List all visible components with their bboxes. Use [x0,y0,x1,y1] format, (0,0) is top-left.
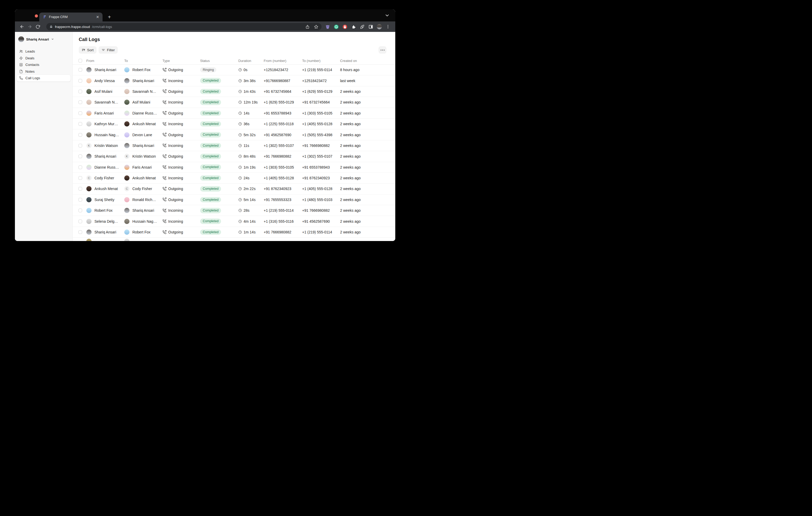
bookmark-star-icon[interactable] [314,25,318,29]
sidebar-item-notes[interactable]: Notes [17,68,70,75]
row-checkbox[interactable] [79,90,82,93]
sidebar-item-label: Leads [25,50,35,53]
close-window-button[interactable] [35,14,38,18]
extensions-puzzle-icon[interactable] [351,24,356,30]
clock-icon [238,154,242,158]
call-log-row[interactable]: Suraj Shetty Ronald Rich… Outgoing Compl… [73,194,395,205]
row-checkbox[interactable] [79,219,82,223]
call-log-row[interactable]: Dianne Russ… Faris Ansari Incoming Compl… [73,162,395,173]
row-checkbox[interactable] [79,187,82,190]
sort-button[interactable]: Sort [79,46,96,54]
avatar [124,219,129,224]
grammarly-extension-icon[interactable] [333,24,339,30]
call-log-row[interactable]: Faris Ansari Dianne Russ… Outgoing Compl… [73,108,395,119]
filter-button[interactable]: Filter [98,46,118,54]
call-log-row[interactable]: Asif Mulani Savannah N… Outgoing Complet… [73,86,395,97]
close-tab-icon[interactable]: ✕ [95,14,100,19]
call-log-row[interactable]: Shariq Ansari KKristin Watson Outgoing C… [73,151,395,162]
created-on: 2 weeks ago [340,187,395,191]
call-type-icon [163,209,166,213]
row-checkbox[interactable] [79,198,82,202]
call-type-label: Outgoing [168,111,183,115]
column-header-status[interactable]: Status [200,59,238,63]
row-checkbox[interactable] [79,154,82,158]
call-log-row[interactable]: Selena Delg… Hussain Nag… Incoming Compl… [73,216,395,226]
more-options-button[interactable] [379,46,386,54]
call-log-row[interactable]: Shariq Ansari Robert Fox Outgoing Comple… [73,227,395,238]
from-name: Suraj Shetty [94,198,114,202]
column-header-type[interactable]: Type [163,59,200,63]
duration: 3m 38s [243,79,256,83]
github-extension-icon[interactable] [325,24,330,30]
sidebar-item-call-logs[interactable]: Call Logs [17,75,70,82]
new-tab-button[interactable]: + [106,13,113,21]
list-actions: Sort Filter [73,46,395,54]
call-type-icon [163,176,166,180]
call-log-row[interactable]: Robert Fox Shariq Ansari Incoming Comple… [73,205,395,216]
row-checkbox[interactable] [79,230,82,234]
url-bar[interactable]: frappecrm.frappe.cloud/crm/call-logs [46,23,321,30]
status-badge: Completed [200,208,221,213]
profile-avatar[interactable] [376,24,382,30]
column-header-to-number[interactable]: To (number) [302,59,340,63]
call-log-row[interactable]: Ankush Menat CCody Fisher Outgoing Compl… [73,183,395,194]
call-log-row[interactable]: CCody Fisher Ankush Menat Incoming Compl… [73,173,395,183]
call-log-row[interactable]: Hussain Nag… Devon Lane Outgoing Complet… [73,129,395,140]
call-log-row[interactable]: KKristin Watson Shariq Ansari Incoming C… [73,140,395,151]
forward-icon[interactable] [26,23,34,30]
avatar: C [124,186,129,191]
select-all-checkbox[interactable] [79,59,82,62]
avatar [86,67,92,72]
user-menu[interactable]: Shariq Ansari [17,36,70,42]
to-name: Ankush Menat [133,122,156,126]
created-on: 2 weeks ago [340,208,395,213]
row-checkbox[interactable] [79,100,82,104]
sidebar-item-deals[interactable]: Deals [17,55,70,62]
status-badge: Completed [200,230,221,235]
column-header-to[interactable]: To [124,59,163,63]
side-panel-icon[interactable] [368,24,374,30]
browser-menu-icon[interactable] [385,24,391,30]
column-header-created-on[interactable]: Created on [340,59,395,63]
column-header-from-number[interactable]: From (number) [264,59,302,63]
row-checkbox[interactable] [79,144,82,147]
call-type-label: Outgoing [168,187,183,191]
back-icon[interactable] [18,23,26,30]
url-path: /crm/call-logs [92,25,112,29]
call-log-row[interactable]: Kathryn Mur… Ankush Menat Incoming Compl… [73,119,395,129]
column-header-from[interactable]: From [86,59,124,63]
row-checkbox[interactable] [79,122,82,126]
to-number: +1 (629) 555-0129 [302,89,340,94]
tabsearch-chevron-icon[interactable] [385,14,389,17]
from-name: Faris Ansari [94,111,114,115]
user-avatar [18,36,24,42]
row-checkbox[interactable] [79,68,82,72]
to-number: +91 7666980882 [302,144,340,148]
row-checkbox[interactable] [79,133,82,137]
reload-icon[interactable] [34,23,41,30]
call-log-row[interactable]: Shariq Ansari Robert Fox Outgoing Ringin… [73,65,395,75]
status-badge: Completed [200,143,221,149]
row-checkbox[interactable] [79,176,82,180]
created-on: 2 weeks ago [340,122,395,126]
row-checkbox[interactable] [79,165,82,169]
crm-app: Shariq Ansari Leads Deals Contacts [15,32,395,241]
status-badge: Completed [200,132,221,138]
sidebar-item-contacts[interactable]: Contacts [17,61,70,68]
row-checkbox[interactable] [79,209,82,212]
share-icon[interactable] [305,25,310,29]
deals-icon [19,56,23,60]
to-number: +12518423472 [302,79,340,83]
row-checkbox[interactable] [79,79,82,83]
browser-tab[interactable]: Frappe CRM ✕ [39,12,103,22]
call-log-row[interactable]: Savannah N… Asif Mulani Incoming Complet… [73,97,395,108]
leaf-extension-icon[interactable] [359,24,365,30]
column-header-duration[interactable]: Duration [238,59,264,63]
avatar [124,230,129,235]
call-log-row[interactable]: Andy Viessa Shariq Ansari Incoming Compl… [73,75,395,86]
adblock-extension-icon[interactable] [342,24,348,30]
from-name: Savannah N… [94,100,118,104]
sidebar-item-leads[interactable]: Leads [17,48,70,55]
duration: 4m 14s [243,219,256,223]
row-checkbox[interactable] [79,111,82,115]
